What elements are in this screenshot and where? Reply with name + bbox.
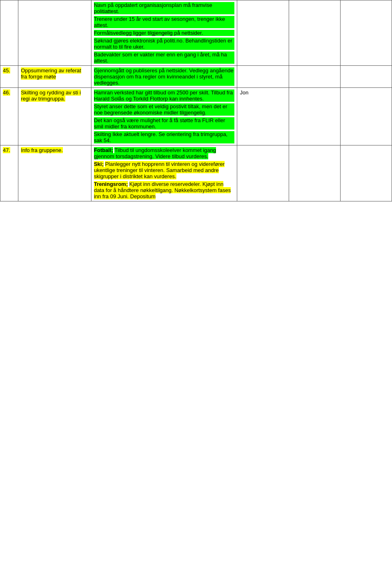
- responsible-text-46: Jon: [240, 89, 248, 96]
- content-text-46c: Det kan også være mulighet for å få støt…: [94, 117, 235, 130]
- cell-responsible-45: [237, 66, 289, 88]
- content-text-46d: Skilting Ikke aktuelt lengre. Se oriente…: [94, 131, 235, 143]
- table-row-45: 45. Oppsummering av referat fra forrge m…: [0, 66, 392, 88]
- row-number-46: 46.: [3, 89, 10, 96]
- content-text-47c: Treningsrom; Kjøpt inn diverse reservede…: [94, 181, 235, 199]
- content-text: Badevakter som er vakter mer enn en gang…: [94, 51, 235, 64]
- content-text: Trenere under 15 år ved start av sesonge…: [94, 16, 235, 28]
- content-text-45: Gjennomgått og publiseres på nettsider. …: [94, 67, 235, 86]
- table-row-47: 47. Info fra gruppene. Fotball; Tilbud t…: [0, 145, 392, 201]
- cell-responsible-47: [237, 145, 289, 201]
- content-text: Navn på oppdatert organisasjonsplan må f…: [94, 2, 235, 14]
- cell-status-pre45: [340, 0, 392, 66]
- cell-topic-45: Oppsummering av referat fra forrge møte: [18, 66, 91, 88]
- content-text-47b: Ski; Planlegger nytt hopprenn til vinter…: [94, 161, 235, 179]
- cell-content-pre45: Navn på oppdatert organisasjonsplan må f…: [91, 0, 237, 66]
- topic-text-47: Info fra gruppene.: [21, 147, 63, 153]
- row-number-47: 47.: [3, 147, 10, 153]
- topic-text-45: Oppsummering av referat fra forrge møte: [21, 67, 81, 80]
- cell-status-47: [340, 145, 392, 201]
- content-label-47b: Ski;: [94, 161, 104, 167]
- cell-num-47: 47.: [0, 145, 18, 201]
- cell-status-45: [340, 66, 392, 88]
- cell-num-45: 45.: [0, 66, 18, 88]
- content-text-46b: Styret anser dette som et veldig postivi…: [94, 103, 235, 116]
- cell-deadline-47: [289, 145, 340, 201]
- cell-num-46: 46.: [0, 88, 18, 145]
- row-number-45: 45.: [3, 67, 10, 74]
- cell-content-46: Hamran verksted har gitt tilbud om 2500 …: [91, 88, 237, 145]
- content-text-47a: Fotball; Tilbud til ungdomsskoleelver ko…: [94, 147, 235, 159]
- content-body-47b: Planlegger nytt hopprenn til vinteren og…: [94, 161, 225, 179]
- topic-text-46: Skilting og rydding av sti i regi av tri…: [21, 89, 81, 102]
- cell-responsible-46: Jon: [237, 88, 289, 145]
- table-row-46: 46. Skilting og rydding av sti i regi av…: [0, 88, 392, 145]
- cell-content-47: Fotball; Tilbud til ungdomsskoleelver ko…: [91, 145, 237, 201]
- page-wrapper: Navn på oppdatert organisasjonsplan må f…: [0, 0, 392, 579]
- cell-topic-46: Skilting og rydding av sti i regi av tri…: [18, 88, 91, 145]
- content-text: Søknad gjøres elektronisk på politi.no. …: [94, 38, 235, 50]
- cell-deadline-pre45: [289, 0, 340, 66]
- table-row-pre45: Navn på oppdatert organisasjonsplan må f…: [0, 0, 392, 66]
- content-text-46a: Hamran verksted har gitt tilbud om 2500 …: [94, 89, 235, 102]
- content-label-47a: Fotball;: [94, 147, 113, 153]
- cell-deadline-45: [289, 66, 340, 88]
- content-label-47c: Treningsrom;: [94, 181, 128, 187]
- minutes-table: Navn på oppdatert organisasjonsplan må f…: [0, 0, 392, 201]
- cell-num-pre45: [0, 0, 18, 66]
- cell-responsible-pre45: [237, 0, 289, 66]
- content-text: Formålsvedlegg ligger tilgjengelig på ne…: [94, 30, 235, 36]
- cell-topic-pre45: [18, 0, 91, 66]
- cell-status-46: [340, 88, 392, 145]
- cell-topic-47: Info fra gruppene.: [18, 145, 91, 201]
- cell-content-45: Gjennomgått og publiseres på nettsider. …: [91, 66, 237, 88]
- cell-deadline-46: [289, 88, 340, 145]
